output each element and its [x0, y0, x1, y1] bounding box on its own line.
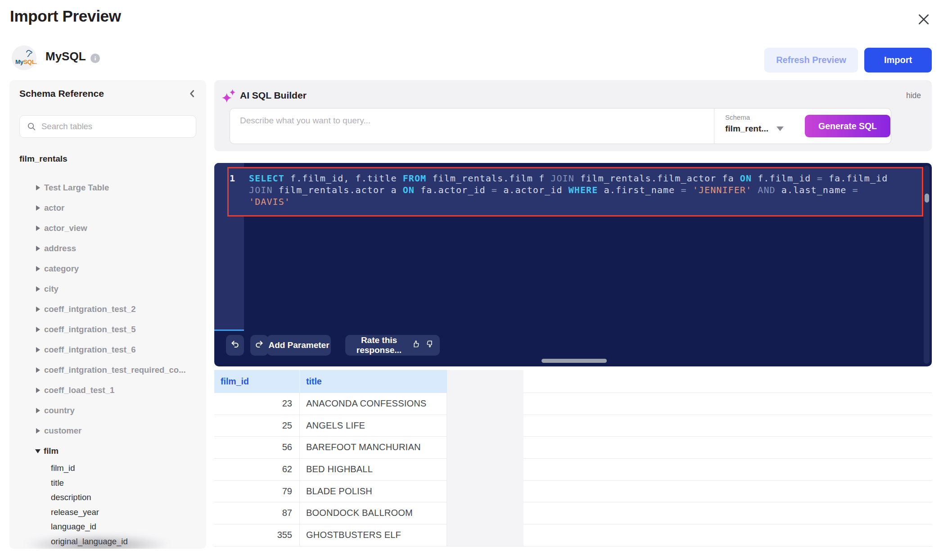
column-item[interactable]: language_id — [51, 519, 206, 534]
table-name: actor — [44, 203, 64, 213]
expand-triangle-icon[interactable] — [36, 347, 40, 352]
column-item[interactable]: title — [51, 476, 206, 491]
tables-tree: Test Large Tableactoractor_viewaddressca… — [19, 177, 206, 549]
film-id-cell: 87 — [214, 502, 300, 524]
import-button[interactable]: Import — [864, 48, 932, 72]
thumbs-down-icon[interactable] — [425, 339, 434, 351]
expand-triangle-icon[interactable] — [36, 327, 40, 332]
collapse-sidebar-button[interactable] — [185, 86, 200, 102]
table-row: 25ANGELS LIFE — [214, 415, 932, 437]
table-name: coeff_load_test_1 — [44, 385, 114, 395]
editor-scrollbar-thumb[interactable] — [925, 194, 929, 203]
expand-triangle-icon[interactable] — [36, 286, 40, 292]
sidebar-table-item[interactable]: coeff_intgration_test_6 — [19, 339, 206, 360]
expand-triangle-icon[interactable] — [36, 226, 40, 231]
ai-builder-title: AI SQL Builder — [240, 90, 307, 101]
column-item[interactable]: release_year — [51, 505, 206, 520]
sidebar-table-item[interactable]: actor — [19, 198, 206, 218]
title-cell: BED HIGHBALL — [300, 459, 447, 480]
sidebar-table-item[interactable]: film — [19, 441, 206, 461]
redo-icon — [254, 339, 264, 352]
thumbs-up-icon[interactable] — [411, 339, 421, 351]
expand-triangle-icon[interactable] — [36, 388, 40, 393]
generate-sql-button[interactable]: Generate SQL — [805, 115, 890, 137]
refresh-preview-button[interactable]: Refresh Preview — [764, 48, 858, 72]
page-title: Import Preview — [10, 7, 121, 25]
add-parameter-button[interactable]: Add Parameter — [267, 335, 331, 356]
expand-triangle-icon[interactable] — [36, 266, 40, 271]
results-table: film_idtitle 23ANACONDA CONFESSIONS25ANG… — [214, 370, 932, 546]
title-cell: ANGELS LIFE — [300, 415, 447, 437]
table-row: 87BOONDOCK BALLROOM — [214, 502, 932, 524]
results-column-header[interactable]: title — [300, 370, 447, 393]
expand-triangle-icon[interactable] — [36, 367, 40, 373]
film-id-cell: 56 — [214, 437, 300, 458]
sidebar-table-item[interactable]: address — [19, 238, 206, 258]
sidebar-table-item[interactable]: actor_view — [19, 218, 206, 238]
editor-resize-handle[interactable] — [542, 359, 607, 363]
expand-triangle-icon[interactable] — [36, 205, 40, 211]
collapse-triangle-icon[interactable] — [35, 449, 41, 453]
table-row: 355GHOSTBUSTERS ELF — [214, 524, 932, 546]
sidebar-table-item[interactable]: coeff_load_test_1 — [19, 380, 206, 400]
schema-select[interactable]: Schema film_rent... — [714, 108, 805, 144]
table-name: customer — [44, 426, 81, 436]
table-row: 23ANACONDA CONFESSIONS — [214, 393, 932, 415]
undo-button[interactable] — [226, 335, 244, 356]
undo-icon — [230, 339, 240, 352]
rate-response-button[interactable]: Rate this response... — [345, 335, 440, 356]
results-column-header[interactable]: film_id — [214, 370, 300, 393]
table-name: country — [44, 406, 75, 415]
sidebar-table-item[interactable]: country — [19, 400, 206, 420]
expand-triangle-icon[interactable] — [36, 246, 40, 251]
mysql-logo: MySQL. — [12, 45, 36, 70]
title-cell: ANACONDA CONFESSIONS — [300, 393, 447, 415]
expand-triangle-icon[interactable] — [36, 185, 40, 190]
close-button[interactable] — [914, 10, 934, 30]
title-cell: GHOSTBUSTERS ELF — [300, 524, 447, 546]
film-id-cell: 79 — [214, 481, 300, 502]
sql-editor[interactable]: 1 SELECT f.film_id, f.title FROM film_re… — [214, 163, 932, 366]
ai-prompt-input[interactable] — [230, 108, 714, 144]
rate-response-label: Rate this response... — [351, 335, 407, 355]
chevron-down-icon — [776, 126, 784, 131]
line-number: 1 — [230, 172, 235, 184]
expand-triangle-icon[interactable] — [36, 428, 40, 434]
table-name: coeff_intgration_test_required_co... — [44, 365, 186, 375]
info-icon[interactable]: i — [90, 54, 100, 63]
schema-select-value: film_rent... — [725, 124, 768, 134]
film-id-cell: 355 — [214, 524, 300, 546]
source-name: MySQL — [45, 50, 86, 63]
column-item[interactable]: film_id — [51, 461, 206, 476]
table-name: address — [44, 244, 76, 253]
expand-triangle-icon[interactable] — [36, 408, 40, 413]
editor-scrollbar[interactable] — [924, 166, 930, 364]
sidebar-table-item[interactable]: coeff_intgration_test_required_co... — [19, 360, 206, 380]
schema-select-label: Schema — [725, 113, 805, 121]
table-name: coeff_intgration_test_2 — [44, 304, 136, 314]
search-input[interactable] — [41, 122, 196, 131]
results-header-row: film_idtitle — [214, 370, 932, 393]
search-box — [19, 115, 196, 138]
hide-button[interactable]: hide — [906, 91, 921, 100]
sparkle-icon — [221, 88, 237, 105]
column-item[interactable]: description — [51, 490, 206, 505]
table-name: coeff_intgration_test_6 — [44, 345, 136, 355]
sidebar-table-item[interactable]: customer — [19, 420, 206, 441]
sql-code[interactable]: SELECT f.film_id, f.title FROM film_rent… — [249, 172, 924, 208]
schema-reference-sidebar: Schema Reference film_rentals Test Large… — [9, 80, 206, 549]
sidebar-table-item[interactable]: Test Large Table — [19, 177, 206, 198]
sidebar-table-item[interactable]: category — [19, 258, 206, 279]
redo-button[interactable] — [250, 335, 268, 356]
ai-sql-builder-panel: AI SQL Builder hide Schema film_rent... … — [214, 80, 932, 151]
sidebar-table-item[interactable]: city — [19, 279, 206, 299]
sql-code-line: 'DAVIS' — [249, 196, 924, 208]
column-item[interactable]: original_language_id — [51, 534, 206, 549]
table-name: actor_view — [44, 223, 87, 233]
import-preview-dialog: Import Preview MySQL. MySQL i Refresh Pr… — [0, 0, 939, 560]
table-row: 62BED HIGHBALL — [214, 459, 932, 481]
expand-triangle-icon[interactable] — [36, 307, 40, 312]
sidebar-table-item[interactable]: coeff_intgration_test_2 — [19, 299, 206, 319]
sidebar-table-item[interactable]: coeff_intgration_test_5 — [19, 319, 206, 339]
results-body: 23ANACONDA CONFESSIONS25ANGELS LIFE56BAR… — [214, 393, 932, 546]
